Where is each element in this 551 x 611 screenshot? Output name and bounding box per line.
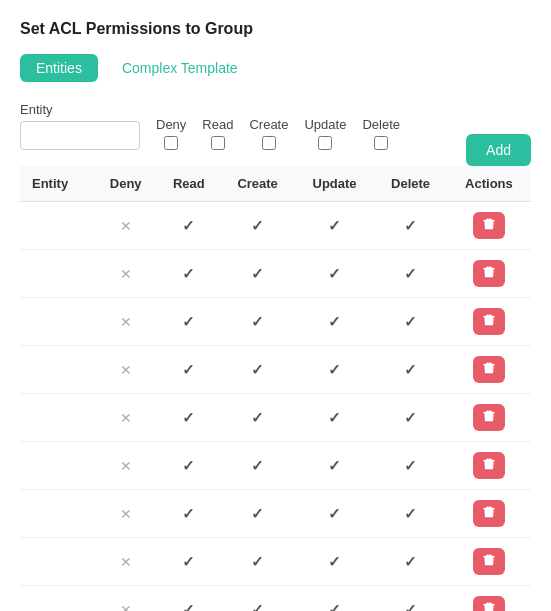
row-delete-button[interactable] xyxy=(473,260,505,287)
check-icon: ✓ xyxy=(182,601,195,612)
add-button[interactable]: Add xyxy=(466,134,531,166)
check-icon: ✓ xyxy=(182,553,195,570)
cell-create: ✓ xyxy=(220,298,295,346)
cell-create: ✓ xyxy=(220,346,295,394)
tab-complex-template[interactable]: Complex Template xyxy=(106,54,254,82)
cell-update: ✓ xyxy=(295,586,374,612)
entity-form-group: Entity xyxy=(20,102,140,150)
tab-bar: Entities Complex Template xyxy=(20,54,531,82)
create-checkbox[interactable] xyxy=(262,136,276,150)
cell-actions xyxy=(447,346,531,394)
row-delete-button[interactable] xyxy=(473,452,505,479)
cell-read: ✓ xyxy=(157,202,220,250)
cell-actions xyxy=(447,442,531,490)
update-checkbox-group: Update xyxy=(304,117,346,150)
cell-entity xyxy=(20,490,94,538)
cell-read: ✓ xyxy=(157,538,220,586)
check-icon: ✓ xyxy=(328,313,341,330)
table-row: ✕✓✓✓✓ xyxy=(20,442,531,490)
table-row: ✕✓✓✓✓ xyxy=(20,394,531,442)
cell-entity xyxy=(20,538,94,586)
col-read: Read xyxy=(157,166,220,202)
deny-checkbox[interactable] xyxy=(164,136,178,150)
cell-deny: ✕ xyxy=(94,586,157,612)
cell-entity xyxy=(20,298,94,346)
cell-read: ✓ xyxy=(157,298,220,346)
cross-icon: ✕ xyxy=(120,554,132,570)
check-icon: ✓ xyxy=(251,217,264,234)
table-header-row: Entity Deny Read Create Update Delete Ac… xyxy=(20,166,531,202)
cell-create: ✓ xyxy=(220,202,295,250)
page-title: Set ACL Permissions to Group xyxy=(20,20,531,38)
cell-update: ✓ xyxy=(295,346,374,394)
cell-deny: ✕ xyxy=(94,298,157,346)
check-icon: ✓ xyxy=(404,505,417,522)
entity-label: Entity xyxy=(20,102,140,117)
check-icon: ✓ xyxy=(404,217,417,234)
check-icon: ✓ xyxy=(182,409,195,426)
row-delete-button[interactable] xyxy=(473,308,505,335)
cell-update: ✓ xyxy=(295,538,374,586)
check-icon: ✓ xyxy=(251,553,264,570)
check-icon: ✓ xyxy=(404,457,417,474)
table-row: ✕✓✓✓✓ xyxy=(20,298,531,346)
cell-read: ✓ xyxy=(157,586,220,612)
cell-actions xyxy=(447,394,531,442)
row-delete-button[interactable] xyxy=(473,404,505,431)
cell-read: ✓ xyxy=(157,394,220,442)
cell-delete: ✓ xyxy=(374,202,447,250)
table-row: ✕✓✓✓✓ xyxy=(20,586,531,612)
check-icon: ✓ xyxy=(328,601,341,612)
cross-icon: ✕ xyxy=(120,218,132,234)
check-icon: ✓ xyxy=(404,409,417,426)
form-row: Entity Deny Read Create Update Delete xyxy=(20,102,400,150)
cell-update: ✓ xyxy=(295,394,374,442)
cell-read: ✓ xyxy=(157,346,220,394)
check-icon: ✓ xyxy=(251,409,264,426)
tab-entities[interactable]: Entities xyxy=(20,54,98,82)
check-icon: ✓ xyxy=(404,361,417,378)
cell-entity xyxy=(20,202,94,250)
delete-checkbox-group: Delete xyxy=(362,117,400,150)
table-row: ✕✓✓✓✓ xyxy=(20,490,531,538)
cell-deny: ✕ xyxy=(94,490,157,538)
col-deny: Deny xyxy=(94,166,157,202)
row-delete-button[interactable] xyxy=(473,212,505,239)
cell-update: ✓ xyxy=(295,202,374,250)
cross-icon: ✕ xyxy=(120,458,132,474)
cell-delete: ✓ xyxy=(374,250,447,298)
table-row: ✕✓✓✓✓ xyxy=(20,538,531,586)
col-actions: Actions xyxy=(447,166,531,202)
row-delete-button[interactable] xyxy=(473,596,505,611)
delete-label: Delete xyxy=(362,117,400,132)
delete-checkbox[interactable] xyxy=(374,136,388,150)
table-row: ✕✓✓✓✓ xyxy=(20,250,531,298)
deny-checkbox-group: Deny xyxy=(156,117,186,150)
read-checkbox[interactable] xyxy=(211,136,225,150)
check-icon: ✓ xyxy=(251,265,264,282)
table-row: ✕✓✓✓✓ xyxy=(20,202,531,250)
cell-entity xyxy=(20,586,94,612)
cell-actions xyxy=(447,298,531,346)
check-icon: ✓ xyxy=(251,361,264,378)
cell-deny: ✕ xyxy=(94,202,157,250)
cross-icon: ✕ xyxy=(120,506,132,522)
check-icon: ✓ xyxy=(328,265,341,282)
cell-delete: ✓ xyxy=(374,538,447,586)
permission-checkboxes: Deny Read Create Update Delete xyxy=(156,117,400,150)
check-icon: ✓ xyxy=(182,505,195,522)
check-icon: ✓ xyxy=(404,265,417,282)
update-checkbox[interactable] xyxy=(318,136,332,150)
check-icon: ✓ xyxy=(251,601,264,612)
cell-read: ✓ xyxy=(157,250,220,298)
row-delete-button[interactable] xyxy=(473,548,505,575)
row-delete-button[interactable] xyxy=(473,356,505,383)
col-delete: Delete xyxy=(374,166,447,202)
table-row: ✕✓✓✓✓ xyxy=(20,346,531,394)
row-delete-button[interactable] xyxy=(473,500,505,527)
entity-input[interactable] xyxy=(20,121,140,150)
cross-icon: ✕ xyxy=(120,314,132,330)
cell-read: ✓ xyxy=(157,490,220,538)
col-update: Update xyxy=(295,166,374,202)
cross-icon: ✕ xyxy=(120,410,132,426)
